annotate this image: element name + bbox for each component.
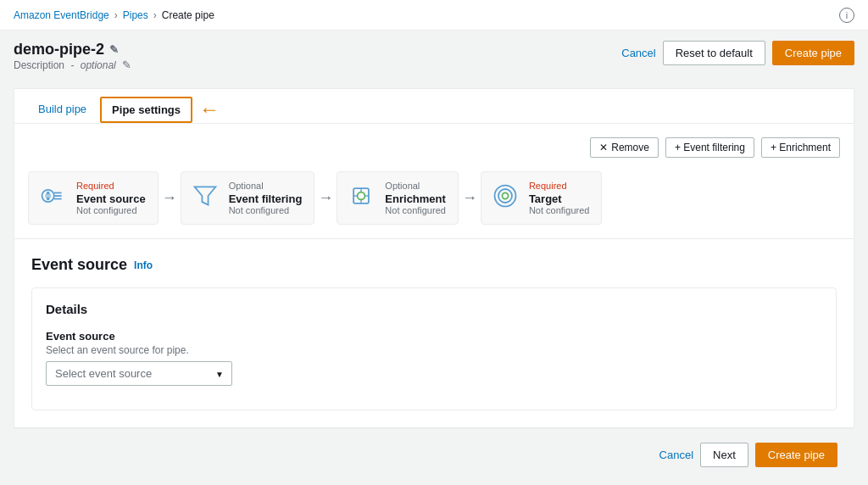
svg-point-6: [47, 198, 50, 201]
step-arrow-3: →: [462, 189, 477, 207]
header-cancel-button[interactable]: Cancel: [621, 47, 655, 59]
enrichment-icon: [346, 181, 376, 211]
add-enrichment-button[interactable]: + Enrichment: [761, 137, 840, 158]
event-filtering-status: Not configured: [229, 205, 303, 215]
footer-create-pipe-button[interactable]: Create pipe: [755, 443, 837, 467]
svg-point-5: [47, 192, 50, 195]
tab-arrow-indicator: ←: [199, 98, 220, 121]
target-badge: Required: [529, 181, 590, 191]
target-title: Target: [529, 192, 590, 205]
tab-build-pipe[interactable]: Build pipe: [28, 96, 97, 124]
event-filtering-info: Optional Event filtering Not configured: [229, 181, 303, 215]
event-filtering-icon: [190, 181, 220, 211]
event-source-select[interactable]: Select event source: [46, 361, 232, 386]
event-source-section: Event source Info Details Event source S…: [14, 239, 854, 427]
pipeline-section: ✕ Remove + Event filtering + Enrichment: [14, 124, 854, 239]
header-actions: Cancel Reset to default Create pipe: [621, 41, 854, 65]
breadcrumb-pipes[interactable]: Pipes: [123, 9, 148, 21]
details-card: Details Event source Select an event sou…: [31, 287, 837, 410]
event-source-info-link[interactable]: Info: [134, 259, 153, 271]
event-source-title: Event source: [76, 192, 146, 205]
event-source-status: Not configured: [76, 205, 146, 215]
footer-actions: Cancel Next Create pipe: [14, 428, 854, 481]
pipeline-actions: ✕ Remove + Event filtering + Enrichment: [28, 137, 840, 158]
svg-point-16: [502, 192, 508, 198]
svg-marker-7: [194, 187, 215, 204]
tabs-row: Build pipe Pipe settings ←: [28, 89, 840, 123]
event-filtering-badge: Optional: [229, 181, 303, 191]
main-panel: Build pipe Pipe settings ← ✕ Remove + Ev…: [14, 88, 854, 428]
enrichment-title: Enrichment: [385, 192, 446, 205]
footer-cancel-button[interactable]: Cancel: [659, 443, 693, 467]
step-arrow-2: →: [318, 189, 333, 207]
page-header: demo-pipe-2 ✎ Description - optional ✎ C…: [14, 41, 854, 81]
x-icon: ✕: [599, 142, 608, 153]
tabs-section: Build pipe Pipe settings ←: [14, 89, 854, 124]
tab-pipe-settings[interactable]: Pipe settings: [100, 97, 192, 123]
pipeline-flow: Required Event source Not configured →: [28, 171, 840, 225]
info-icon[interactable]: i: [839, 8, 854, 23]
pipe-name: demo-pipe-2: [14, 41, 104, 59]
svg-point-9: [358, 192, 365, 200]
pipeline-step-event-source[interactable]: Required Event source Not configured: [28, 171, 159, 225]
event-source-info: Required Event source Not configured: [76, 181, 146, 215]
pipeline-step-enrichment[interactable]: Optional Enrichment Not configured: [337, 171, 459, 225]
breadcrumb-eventbridge[interactable]: Amazon EventBridge: [14, 9, 109, 21]
reset-to-default-button[interactable]: Reset to default: [663, 41, 765, 65]
step-arrow-1: →: [162, 189, 177, 207]
description-edit-icon[interactable]: ✎: [122, 59, 131, 71]
pipeline-step-event-filtering[interactable]: Optional Event filtering Not configured: [181, 171, 315, 225]
event-source-select-wrapper: Select event source ▼: [46, 361, 232, 386]
pipe-description: Description - optional ✎: [14, 59, 131, 71]
event-source-form-group: Event source Select an event source for …: [46, 330, 822, 386]
enrichment-badge: Optional: [385, 181, 446, 191]
remove-button[interactable]: ✕ Remove: [590, 137, 659, 158]
pipe-title-row: demo-pipe-2 ✎: [14, 41, 131, 59]
next-button[interactable]: Next: [700, 443, 748, 467]
target-info: Required Target Not configured: [529, 181, 590, 215]
event-source-label: Event source: [46, 330, 822, 343]
target-icon: [490, 181, 520, 211]
breadcrumb-current: Create pipe: [162, 9, 214, 21]
breadcrumb-sep-1: ›: [114, 9, 118, 21]
event-source-section-title: Event source Info: [31, 256, 837, 274]
event-filtering-title: Event filtering: [229, 192, 303, 205]
event-source-sublabel: Select an event source for pipe.: [46, 344, 822, 356]
details-title: Details: [46, 302, 822, 316]
add-event-filtering-button[interactable]: + Event filtering: [665, 137, 754, 158]
svg-point-15: [498, 189, 512, 203]
enrichment-status: Not configured: [385, 205, 446, 215]
breadcrumb-sep-2: ›: [153, 9, 157, 21]
event-source-icon: [37, 181, 68, 211]
breadcrumb: Amazon EventBridge › Pipes › Create pipe: [14, 9, 214, 21]
event-source-badge: Required: [76, 181, 146, 191]
target-status: Not configured: [529, 205, 590, 215]
header-create-pipe-button[interactable]: Create pipe: [772, 41, 854, 65]
pipe-name-edit-icon[interactable]: ✎: [109, 43, 119, 56]
pipeline-step-target[interactable]: Required Target Not configured: [481, 171, 603, 225]
enrichment-info: Optional Enrichment Not configured: [385, 181, 446, 215]
top-navigation-bar: Amazon EventBridge › Pipes › Create pipe…: [0, 0, 868, 31]
